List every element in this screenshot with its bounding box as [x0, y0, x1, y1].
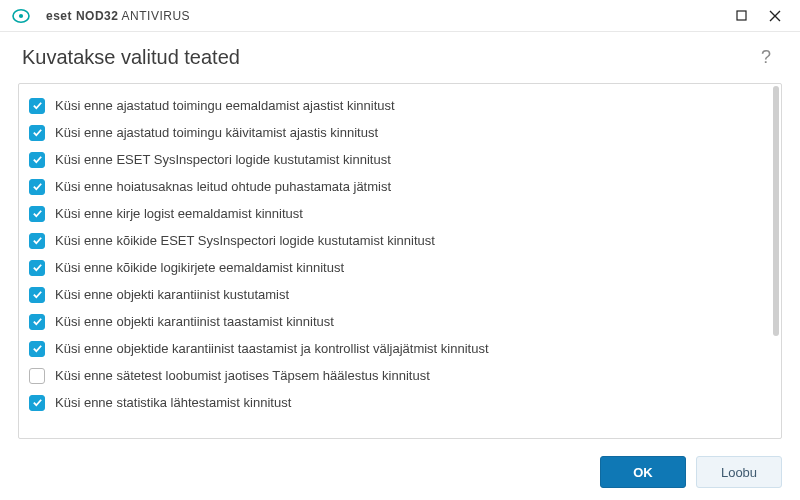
list-item-label: Küsi enne objekti karantiinist kustutami… — [55, 287, 289, 302]
page-title: Kuvatakse valitud teated — [22, 46, 240, 69]
notifications-list: Küsi enne ajastatud toimingu eemaldamist… — [19, 84, 771, 438]
list-item[interactable]: Küsi enne objekti karantiinist taastamis… — [25, 308, 763, 335]
notifications-list-container: Küsi enne ajastatud toimingu eemaldamist… — [18, 83, 782, 439]
brand-text: eset NOD32 ANTIVIRUS — [46, 9, 190, 23]
checkbox[interactable] — [29, 368, 45, 384]
list-item-label: Küsi enne objektide karantiinist taastam… — [55, 341, 489, 356]
checkbox[interactable] — [29, 152, 45, 168]
list-item[interactable]: Küsi enne kirje logist eemaldamist kinni… — [25, 200, 763, 227]
scrollbar-thumb[interactable] — [773, 86, 779, 336]
list-item[interactable]: Küsi enne ajastatud toimingu eemaldamist… — [25, 92, 763, 119]
list-item-label: Küsi enne statistika lähtestamist kinnit… — [55, 395, 291, 410]
list-item-label: Küsi enne hoiatusaknas leitud ohtude puh… — [55, 179, 391, 194]
checkbox[interactable] — [29, 125, 45, 141]
brand-logo-icon — [12, 9, 40, 23]
brand-eset: eset — [46, 9, 72, 23]
checkbox[interactable] — [29, 206, 45, 222]
list-item[interactable]: Küsi enne statistika lähtestamist kinnit… — [25, 389, 763, 416]
checkbox[interactable] — [29, 314, 45, 330]
maximize-button[interactable] — [724, 2, 758, 30]
checkbox[interactable] — [29, 260, 45, 276]
list-item-label: Küsi enne objekti karantiinist taastamis… — [55, 314, 334, 329]
list-item-label: Küsi enne ajastatud toimingu käivitamist… — [55, 125, 378, 140]
dialog-header: Kuvatakse valitud teated ? — [0, 32, 800, 79]
list-item[interactable]: Küsi enne ajastatud toimingu käivitamist… — [25, 119, 763, 146]
checkbox[interactable] — [29, 179, 45, 195]
list-item-label: Küsi enne kirje logist eemaldamist kinni… — [55, 206, 303, 221]
brand-prod-bold: NOD32 — [76, 9, 119, 23]
checkbox[interactable] — [29, 233, 45, 249]
close-button[interactable] — [758, 2, 792, 30]
list-item-label: Küsi enne kõikide ESET SysInspectori log… — [55, 233, 435, 248]
help-button[interactable]: ? — [754, 47, 778, 68]
list-item-label: Küsi enne ESET SysInspectori logide kust… — [55, 152, 391, 167]
list-item[interactable]: Küsi enne kõikide ESET SysInspectori log… — [25, 227, 763, 254]
list-item[interactable]: Küsi enne objekti karantiinist kustutami… — [25, 281, 763, 308]
list-item-label: Küsi enne sätetest loobumist jaotises Tä… — [55, 368, 430, 383]
brand: eset NOD32 ANTIVIRUS — [12, 9, 190, 23]
titlebar: eset NOD32 ANTIVIRUS — [0, 0, 800, 32]
list-item[interactable]: Küsi enne kõikide logikirjete eemaldamis… — [25, 254, 763, 281]
list-item[interactable]: Küsi enne sätetest loobumist jaotises Tä… — [25, 362, 763, 389]
checkbox[interactable] — [29, 98, 45, 114]
svg-point-1 — [19, 13, 23, 17]
cancel-button[interactable]: Loobu — [696, 456, 782, 488]
list-item[interactable]: Küsi enne ESET SysInspectori logide kust… — [25, 146, 763, 173]
checkbox[interactable] — [29, 341, 45, 357]
checkbox[interactable] — [29, 395, 45, 411]
list-item[interactable]: Küsi enne objektide karantiinist taastam… — [25, 335, 763, 362]
scrollbar[interactable] — [773, 86, 779, 436]
brand-prod-rest: ANTIVIRUS — [122, 9, 191, 23]
list-item[interactable]: Küsi enne hoiatusaknas leitud ohtude puh… — [25, 173, 763, 200]
ok-button[interactable]: OK — [600, 456, 686, 488]
list-item-label: Küsi enne ajastatud toimingu eemaldamist… — [55, 98, 395, 113]
checkbox[interactable] — [29, 287, 45, 303]
svg-rect-2 — [737, 11, 746, 20]
dialog-footer: OK Loobu — [0, 444, 800, 500]
list-item-label: Küsi enne kõikide logikirjete eemaldamis… — [55, 260, 344, 275]
